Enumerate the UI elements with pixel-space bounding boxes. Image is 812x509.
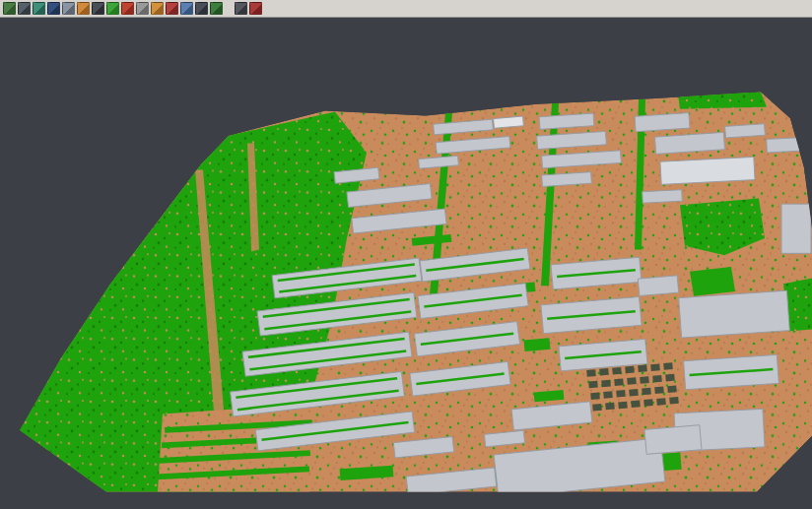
dark-structure (603, 391, 613, 399)
dark-structure (650, 363, 660, 371)
play-icon[interactable] (106, 2, 119, 15)
delete-icon[interactable] (166, 2, 178, 15)
dark-structure (654, 387, 664, 395)
points-icon[interactable] (47, 2, 60, 15)
dark-structure (652, 375, 662, 383)
dark-structure (586, 369, 596, 377)
folder-icon[interactable] (77, 2, 90, 15)
cube-icon[interactable] (195, 2, 208, 15)
building-roof (644, 425, 702, 455)
3d-viewport[interactable] (0, 18, 812, 509)
building-roof (767, 138, 801, 153)
dark-structure (642, 388, 651, 396)
dark-structure (640, 376, 649, 384)
point-cloud-scene (0, 18, 812, 509)
dark-structure (656, 398, 666, 406)
building-roof (781, 204, 811, 253)
dark-structure (601, 380, 611, 388)
dark-structure (631, 400, 641, 408)
grid-icon[interactable] (180, 2, 193, 15)
dark-structure (592, 404, 602, 412)
dark-structure (612, 367, 622, 375)
record-icon[interactable] (121, 2, 134, 15)
building-roof (494, 116, 524, 128)
mesh-icon[interactable] (33, 2, 45, 15)
dark-structure (627, 377, 637, 385)
building-roof (643, 190, 683, 204)
tree-line (690, 267, 735, 296)
dark-structure (616, 390, 626, 398)
dark-structure (618, 402, 628, 410)
dark-structure (605, 403, 615, 411)
application-window (0, 0, 812, 509)
building-roof (660, 157, 755, 184)
building-roof (638, 276, 678, 296)
dark-structure (588, 381, 598, 389)
dark-structure (590, 392, 600, 400)
dark-structure (629, 389, 639, 397)
field-area (158, 404, 317, 492)
measure-icon[interactable] (151, 2, 164, 15)
dark-structure (599, 368, 609, 376)
dark-structure (665, 374, 675, 382)
snapshot-icon[interactable] (235, 2, 247, 15)
dark-structure (667, 385, 677, 393)
building-roof (725, 124, 766, 138)
close-icon[interactable] (249, 2, 262, 15)
building-roof (679, 290, 790, 338)
vegetation-patch (524, 338, 551, 351)
terrain-icon[interactable] (18, 2, 31, 15)
camera-icon[interactable] (62, 2, 75, 15)
dark-structure (663, 362, 673, 370)
layers-icon[interactable] (3, 2, 16, 15)
dark-structure (643, 399, 653, 407)
building-roof (635, 113, 690, 132)
dark-structure (614, 378, 624, 386)
toolbar-separator (225, 8, 233, 9)
vegetation-area (678, 92, 767, 108)
dark-structure (638, 365, 647, 373)
toolbar (0, 0, 812, 18)
dark-structure (669, 397, 679, 405)
tools-icon[interactable] (92, 2, 104, 15)
globe-icon[interactable] (210, 2, 223, 15)
settings-gear-icon[interactable] (136, 2, 149, 15)
dark-structure (625, 366, 635, 374)
